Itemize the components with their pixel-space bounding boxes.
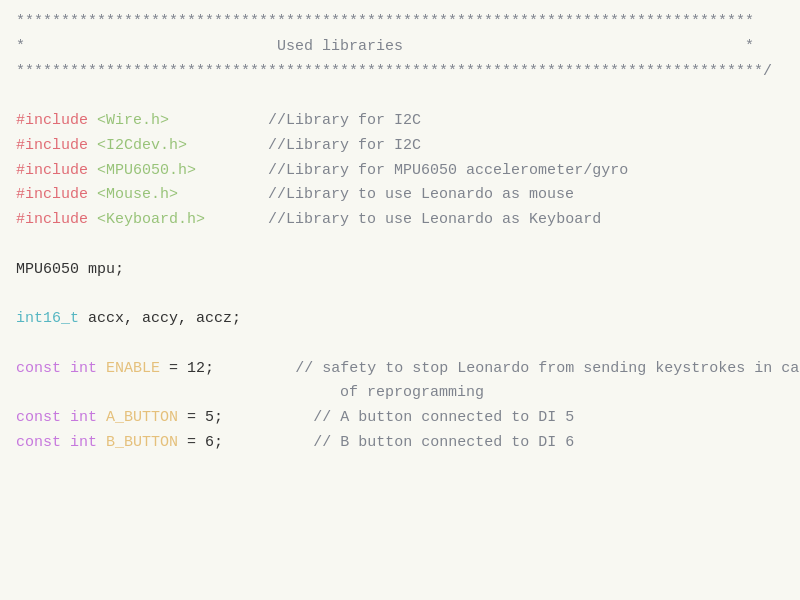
- comment-stars-2: ****************************************…: [16, 63, 772, 80]
- include-mpu6050: #include: [16, 162, 88, 179]
- enable-name: ENABLE: [106, 360, 160, 377]
- int16-vars: accx, accy, accz;: [88, 310, 241, 327]
- include-i2cdev: #include: [16, 137, 88, 154]
- abtn-name: A_BUTTON: [106, 409, 178, 426]
- abtn-value: = 5;: [187, 409, 223, 426]
- lib-i2cdev: <I2Cdev.h>: [97, 137, 187, 154]
- comment-enable: // safety to stop Leonardo from sending …: [295, 360, 800, 377]
- lib-wire: <Wire.h>: [97, 112, 169, 129]
- comment-title: * Used libraries *: [16, 38, 754, 55]
- comment-stars-1: ****************************************…: [16, 13, 754, 30]
- const-kw-abtn: const: [16, 409, 61, 426]
- int-kw-abtn: int: [70, 409, 97, 426]
- const-kw-enable: const: [16, 360, 61, 377]
- int-kw-enable: int: [70, 360, 97, 377]
- code-content: ****************************************…: [16, 10, 784, 456]
- lib-mpu6050: <MPU6050.h>: [97, 162, 196, 179]
- comment-bbtn: // B button connected to DI 6: [313, 434, 574, 451]
- comment-keyboard: //Library to use Leonardo as Keyboard: [268, 211, 601, 228]
- bbtn-value: = 6;: [187, 434, 223, 451]
- comment-enable-cont: of reprogramming: [16, 384, 484, 401]
- int16-keyword: int16_t: [16, 310, 79, 327]
- mpu-decl: MPU6050 mpu;: [16, 261, 124, 278]
- include-keyboard: #include: [16, 211, 88, 228]
- comment-abtn: // A button connected to DI 5: [313, 409, 574, 426]
- int-kw-bbtn: int: [70, 434, 97, 451]
- code-display: ****************************************…: [16, 10, 784, 456]
- lib-keyboard: <Keyboard.h>: [97, 211, 205, 228]
- comment-mpu6050: //Library for MPU6050 accelerometer/gyro: [268, 162, 628, 179]
- include-wire: #include: [16, 112, 88, 129]
- include-mouse: #include: [16, 186, 88, 203]
- bbtn-name: B_BUTTON: [106, 434, 178, 451]
- comment-wire: //Library for I2C: [268, 112, 421, 129]
- comment-i2cdev: //Library for I2C: [268, 137, 421, 154]
- lib-mouse: <Mouse.h>: [97, 186, 178, 203]
- enable-value: = 12;: [169, 360, 214, 377]
- const-kw-bbtn: const: [16, 434, 61, 451]
- comment-mouse: //Library to use Leonardo as mouse: [268, 186, 574, 203]
